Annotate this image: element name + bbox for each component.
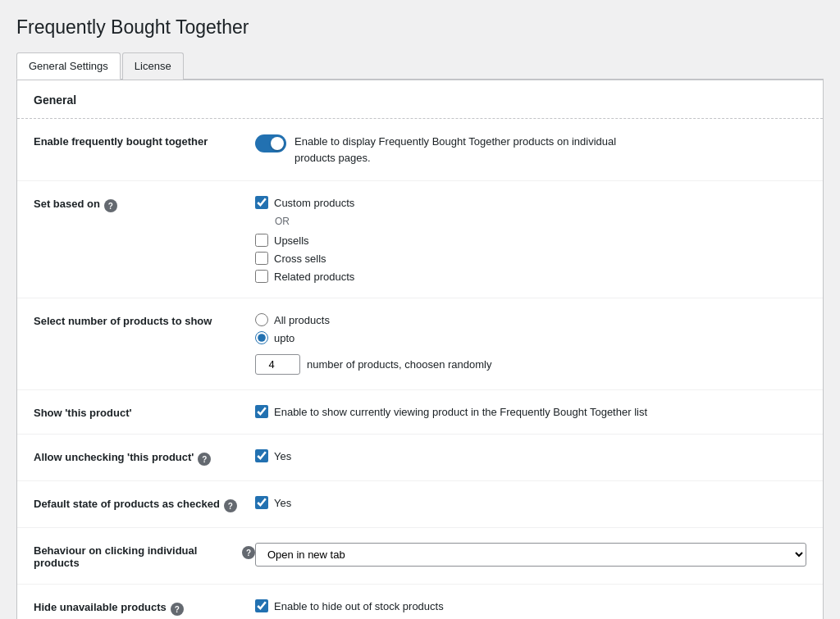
control-enable-fbt: Enable to display Frequently Bought Toge… <box>255 134 806 166</box>
number-products-input[interactable] <box>255 354 300 375</box>
settings-panel: General Enable frequently bought togethe… <box>16 80 824 619</box>
label-default-state: Default state of products as checked ? <box>34 496 255 512</box>
behaviour-dropdown[interactable]: Open in new tab Open in same tab <box>255 543 806 567</box>
checkbox-show-this-product-input[interactable] <box>255 405 268 418</box>
info-icon-default-state: ? <box>224 499 237 512</box>
control-default-state: Yes <box>255 496 806 509</box>
checkbox-cross-sells-input[interactable] <box>255 252 268 265</box>
checkbox-upsells-input[interactable] <box>255 234 268 247</box>
label-allow-unchecking: Allow unchecking 'this product' ? <box>34 449 255 466</box>
tab-license[interactable]: License <box>122 52 184 80</box>
checkbox-upsells: Upsells <box>255 234 806 247</box>
radio-upto: upto <box>255 331 806 344</box>
control-allow-unchecking: Yes <box>255 449 806 462</box>
row-default-state: Default state of products as checked ? Y… <box>17 481 823 528</box>
tabs-nav: General Settings License <box>16 52 824 80</box>
checkbox-related-products: Related products <box>255 270 806 283</box>
checkbox-custom-products-input[interactable] <box>255 196 268 209</box>
checkbox-hide-unavailable: Enable to hide out of stock products <box>255 599 806 612</box>
control-show-this-product: Enable to show currently viewing product… <box>255 405 806 418</box>
label-set-based-on: Set based on ? <box>34 196 255 212</box>
control-behaviour-clicking: Open in new tab Open in same tab <box>255 543 806 567</box>
checkbox-default-state: Yes <box>255 496 806 509</box>
info-icon-set-based-on: ? <box>104 199 117 212</box>
checkbox-hide-unavailable-input[interactable] <box>255 599 268 612</box>
radio-upto-input[interactable] <box>255 331 268 344</box>
section-header: General <box>17 80 823 119</box>
number-input-row: number of products, choosen randomly <box>255 354 806 375</box>
toggle-row-fbt: Enable to display Frequently Bought Toge… <box>255 134 806 166</box>
or-label: OR <box>255 216 806 227</box>
toggle-fbt-desc: Enable to display Frequently Bought Toge… <box>294 134 639 166</box>
row-hide-unavailable: Hide unavailable products ? Enable to hi… <box>17 585 823 619</box>
toggle-enable-fbt[interactable] <box>255 134 286 152</box>
radio-all-products-input[interactable] <box>255 313 268 326</box>
info-icon-allow-unchecking: ? <box>198 453 211 466</box>
row-select-number: Select number of products to show All pr… <box>17 298 823 390</box>
radio-all-products: All products <box>255 313 806 326</box>
row-set-based-on: Set based on ? Custom products OR Upsell… <box>17 181 823 298</box>
checkbox-show-this-product: Enable to show currently viewing product… <box>255 405 806 418</box>
label-select-number: Select number of products to show <box>34 313 255 327</box>
info-icon-behaviour-clicking: ? <box>242 546 255 559</box>
row-show-this-product: Show 'this product' Enable to show curre… <box>17 390 823 435</box>
checkbox-allow-unchecking-input[interactable] <box>255 449 268 462</box>
checkbox-default-state-input[interactable] <box>255 496 268 509</box>
checkbox-related-products-input[interactable] <box>255 270 268 283</box>
control-set-based-on: Custom products OR Upsells Cross sells R… <box>255 196 806 283</box>
control-select-number: All products upto number of products, ch… <box>255 313 806 375</box>
label-enable-fbt: Enable frequently bought together <box>34 134 255 148</box>
checkbox-allow-unchecking: Yes <box>255 449 806 462</box>
info-icon-hide-unavailable: ? <box>171 603 184 616</box>
tab-general-settings[interactable]: General Settings <box>16 52 121 80</box>
row-allow-unchecking: Allow unchecking 'this product' ? Yes <box>17 435 823 481</box>
label-hide-unavailable: Hide unavailable products ? <box>34 599 255 616</box>
number-desc: number of products, choosen randomly <box>307 358 491 371</box>
page-title: Frequently Bought Together <box>16 16 824 39</box>
checkbox-custom-products: Custom products <box>255 196 806 209</box>
label-behaviour-clicking: Behaviour on clicking individual product… <box>34 543 255 569</box>
row-enable-fbt: Enable frequently bought together Enable… <box>17 119 823 181</box>
row-behaviour-clicking: Behaviour on clicking individual product… <box>17 528 823 585</box>
control-hide-unavailable: Enable to hide out of stock products <box>255 599 806 612</box>
checkbox-cross-sells: Cross sells <box>255 252 806 265</box>
label-show-this-product: Show 'this product' <box>34 405 255 419</box>
